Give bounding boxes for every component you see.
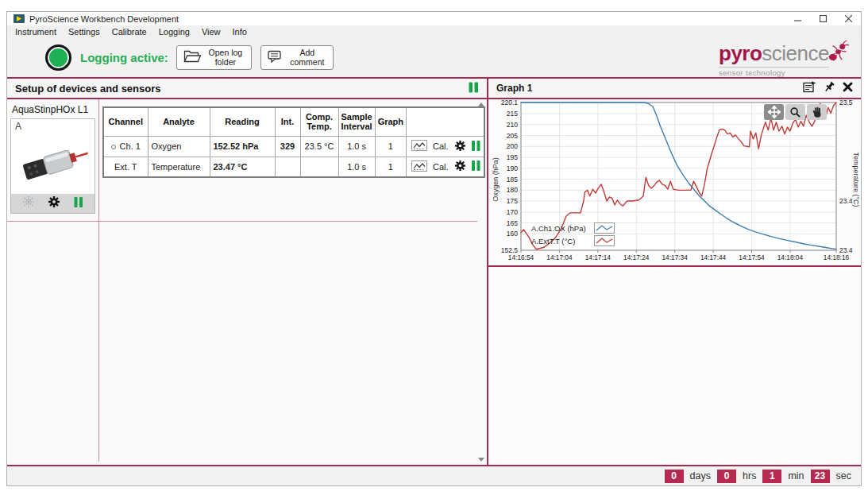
setup-panel: Setup of devices and sensors AquaStinpHO… — [7, 79, 488, 465]
main-area: Setup of devices and sensors AquaStinpHO… — [7, 77, 861, 466]
sensor-table: Channel Analyte Reading Int. Comp. Temp.… — [102, 106, 485, 178]
sample-interval-value: 1.0 s — [338, 157, 375, 177]
show-graph-icon[interactable] — [411, 160, 427, 173]
col-sample-interval: Sample Interval — [338, 107, 375, 136]
scroll-down-icon[interactable] — [478, 458, 484, 462]
close-window-icon[interactable] — [835, 12, 861, 25]
legend-line-sample-icon — [594, 235, 615, 246]
svg-text:14:17:34: 14:17:34 — [662, 253, 689, 261]
svg-text:14:16:54: 14:16:54 — [508, 253, 534, 261]
comp-temp-value: 23.5 °C — [300, 136, 338, 157]
channel-settings-gear-icon[interactable] — [454, 160, 466, 173]
graph-lower-area — [488, 267, 861, 465]
device-pause-button[interactable] — [74, 196, 83, 211]
comp-temp-value — [300, 157, 338, 177]
reading-value: 23.47 °C — [210, 157, 275, 177]
channel-pause-button[interactable] — [472, 160, 480, 172]
y-axis-label-left: Oxygen (hPa) — [492, 142, 501, 218]
grid-divider-vertical — [98, 99, 99, 462]
comment-icon — [268, 50, 284, 64]
pan-tool-icon[interactable] — [764, 104, 784, 120]
app-window: PyroScience Workbench Development Instru… — [6, 11, 862, 486]
legend-label: A.ExtT.T (°C) — [531, 237, 588, 246]
statusbar: 0 days 0 hrs 1 min 23 sec — [7, 466, 861, 485]
svg-text:210: 210 — [507, 121, 518, 129]
app-icon — [14, 14, 25, 23]
menubar: Instrument Settings Calibrate Logging Vi… — [7, 25, 861, 37]
maximize-icon[interactable] — [810, 12, 835, 25]
logo-pyro-text: pyro — [719, 41, 762, 66]
legend-item: A.ExtT.T (°C) — [531, 235, 615, 246]
channel-label: Ch. 1 — [120, 141, 141, 151]
chart-legend: A.Ch1.OX (hPa)A.ExtT.T (°C) — [531, 222, 615, 246]
analyte-value: Temperature — [148, 157, 210, 177]
calibrate-button[interactable]: Cal. — [433, 141, 449, 151]
svg-text:190: 190 — [507, 164, 518, 172]
svg-text:180: 180 — [507, 186, 518, 194]
graph-panel-header: Graph 1 — [488, 79, 861, 99]
legend-item: A.Ch1.OX (hPa) — [531, 222, 615, 234]
window-title: PyroScience Workbench Development — [29, 14, 179, 24]
folder-icon — [183, 49, 202, 64]
menu-view[interactable]: View — [202, 27, 221, 37]
add-comment-button[interactable]: Add comment — [260, 45, 334, 70]
menu-instrument[interactable]: Instrument — [15, 27, 56, 37]
timer-min-label: min — [788, 470, 804, 481]
timer-hrs-value: 0 — [717, 470, 736, 483]
graph-panel: Graph 1 220.1215210205200195190185180175… — [488, 79, 861, 465]
menu-logging[interactable]: Logging — [159, 27, 190, 37]
toolbar: Logging active: Open log folder Add comm… — [7, 37, 861, 77]
device-toolbar — [11, 194, 95, 213]
channel-settings-gear-icon[interactable] — [454, 140, 466, 153]
device-image — [15, 130, 91, 192]
zoom-tool-icon[interactable] — [785, 104, 805, 120]
calibrate-button[interactable]: Cal. — [433, 162, 449, 172]
graph-tools — [764, 104, 827, 120]
svg-text:195: 195 — [507, 153, 518, 161]
device-card[interactable]: A — [10, 118, 95, 214]
timer-sec-value: 23 — [811, 470, 830, 483]
svg-text:14:18:04: 14:18:04 — [777, 253, 804, 261]
device-settings-gear-icon[interactable] — [48, 195, 60, 211]
analyte-value: Oxygen — [148, 136, 210, 157]
svg-text:14:17:44: 14:17:44 — [700, 253, 727, 261]
setup-panel-content: AquaStinpHOx L1 A — [7, 99, 487, 465]
pause-all-button[interactable] — [469, 82, 479, 95]
table-row: Ch. 1 Oxygen 152.52 hPa 329 23.5 °C 1.0 … — [103, 136, 484, 157]
scroll-up-icon[interactable] — [478, 102, 484, 106]
graph-options-icon[interactable] — [803, 81, 816, 95]
minimize-icon[interactable] — [785, 12, 810, 25]
titlebar: PyroScience Workbench Development — [7, 12, 861, 25]
svg-text:185: 185 — [507, 176, 518, 184]
intensity-value: 329 — [275, 136, 300, 157]
legend-label: A.Ch1.OX (hPa) — [531, 224, 588, 233]
sample-interval-value: 1.0 s — [338, 136, 375, 157]
led-intensity-icon[interactable] — [22, 195, 35, 211]
pin-icon[interactable] — [824, 81, 835, 95]
svg-text:14:18:16: 14:18:16 — [824, 253, 850, 261]
timer-days-label: days — [690, 470, 711, 481]
graph-title: Graph 1 — [496, 83, 532, 94]
close-graph-icon[interactable] — [843, 82, 853, 95]
device-name: AquaStinpHOx L1 — [12, 104, 88, 115]
menu-calibrate[interactable]: Calibrate — [112, 27, 147, 37]
intensity-value — [275, 157, 300, 177]
svg-text:215: 215 — [507, 110, 518, 118]
add-comment-label: Add comment — [288, 48, 326, 67]
channel-pause-button[interactable] — [472, 141, 480, 153]
svg-text:165: 165 — [507, 219, 518, 227]
logo-subtitle: sensor technology — [719, 67, 829, 77]
graph-area[interactable]: 220.121521020520019519018518017517016516… — [488, 99, 861, 267]
hand-tool-icon[interactable] — [807, 104, 827, 120]
window-controls — [785, 12, 861, 25]
timer-days-value: 0 — [665, 470, 684, 483]
open-log-folder-button[interactable]: Open log folder — [176, 45, 252, 70]
svg-text:14:17:14: 14:17:14 — [585, 253, 611, 261]
graph-number-value: 1 — [375, 157, 406, 177]
svg-text:170: 170 — [507, 208, 518, 216]
menu-info[interactable]: Info — [233, 27, 247, 37]
channel-led-icon — [111, 145, 116, 149]
graph-number-value: 1 — [375, 136, 406, 157]
show-graph-icon[interactable] — [411, 140, 427, 153]
menu-settings[interactable]: Settings — [68, 27, 100, 37]
